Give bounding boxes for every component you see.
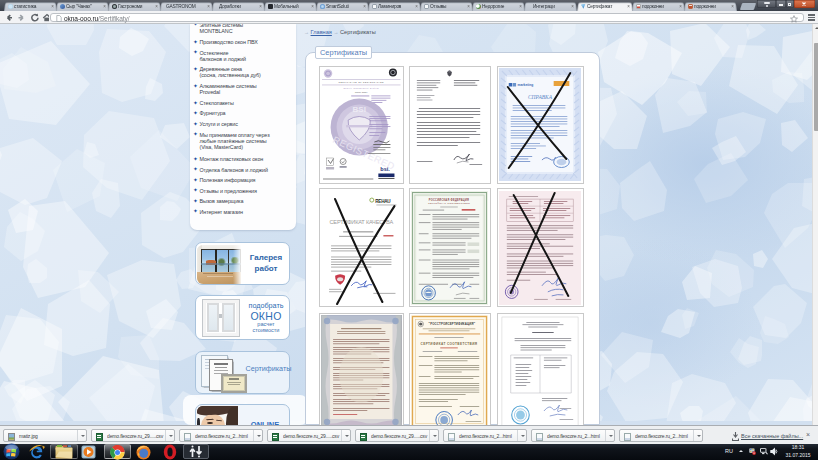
svg-text:СПРАВКА: СПРАВКА — [528, 94, 553, 100]
svg-text:bsi.: bsi. — [380, 167, 390, 173]
svg-text:REHAU: REHAU — [375, 198, 391, 203]
svg-text:РОССИЙСКАЯ ФЕДЕРАЦИЯ: РОССИЙСКАЯ ФЕДЕРАЦИЯ — [429, 197, 469, 201]
svg-text:"РОССТРОЙСЕРТИФИКАЦИЯ": "РОССТРОЙСЕРТИФИКАЦИЯ" — [429, 322, 476, 326]
svg-text:BSI: BSI — [353, 105, 366, 114]
svg-text:marketing: marketing — [518, 83, 534, 87]
svg-text:Quality Management System: Quality Management System — [343, 87, 379, 89]
svg-text:СЕРТИФИКАТ СООТВЕТСТВИЯ: СЕРТИФИКАТ СООТВЕТСТВИЯ — [428, 202, 470, 205]
svg-text:СЕРТИФИКАТ СООТВЕТСТВИЯ: СЕРТИФИКАТ СООТВЕТСТВИЯ — [421, 342, 478, 346]
svg-text:profine GmbH: profine GmbH — [355, 91, 368, 93]
svg-text:CERTIFICATE OF REGISTRATION: CERTIFICATE OF REGISTRATION — [339, 81, 384, 83]
